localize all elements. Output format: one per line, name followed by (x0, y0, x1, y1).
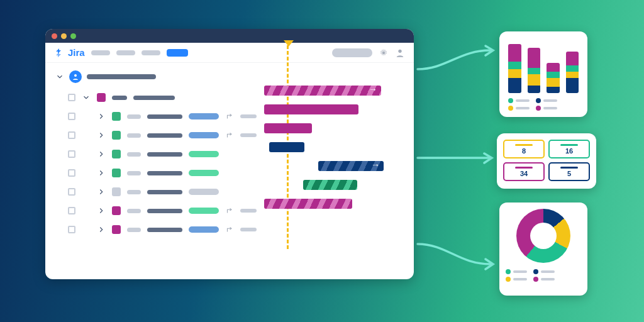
report-stacked-bar[interactable] (499, 31, 587, 117)
row-checkbox[interactable] (68, 169, 75, 177)
row-checkbox[interactable] (68, 207, 75, 214)
settings-icon[interactable] (379, 48, 389, 58)
status-lozenge[interactable] (189, 132, 219, 138)
dependency-label (240, 228, 257, 231)
issue-type-icon (97, 93, 106, 102)
issue-type-icon (112, 150, 121, 158)
issue-summary (147, 171, 182, 175)
chevron-down-icon[interactable] (82, 93, 91, 102)
svg-point-2 (74, 74, 77, 77)
kpi-cell[interactable]: 5 (548, 162, 590, 181)
row-checkbox[interactable] (68, 150, 75, 158)
issue-key (127, 171, 141, 175)
chevron-right-icon[interactable] (97, 187, 106, 196)
kpi-cell[interactable]: 16 (548, 140, 590, 158)
issue-summary (147, 209, 182, 213)
status-lozenge[interactable] (189, 189, 219, 195)
row-checkbox[interactable] (68, 188, 75, 196)
issue-key (127, 114, 141, 119)
timeline-bar[interactable] (264, 86, 381, 96)
issue-summary (133, 96, 175, 100)
chevron-right-icon[interactable] (97, 169, 106, 177)
issue-summary (147, 133, 182, 138)
window-minimize-icon[interactable] (61, 33, 67, 39)
issue-summary (147, 152, 182, 157)
issue-type-icon (112, 169, 121, 177)
kpi-cell[interactable]: 34 (503, 162, 545, 181)
issue-row[interactable] (55, 145, 404, 164)
nav-tab[interactable] (116, 50, 135, 55)
chevron-down-icon (55, 72, 64, 81)
app-logo[interactable]: Jira (54, 47, 85, 58)
issue-row[interactable] (55, 220, 404, 239)
app-name: Jira (68, 47, 85, 58)
chart-legend (508, 98, 579, 111)
status-lozenge[interactable] (189, 113, 219, 119)
issue-key (127, 228, 141, 232)
dependency-icon[interactable] (225, 206, 234, 215)
issue-type-icon (112, 225, 121, 234)
chevron-right-icon[interactable] (97, 112, 106, 121)
issue-key (127, 209, 141, 213)
report-kpi-grid[interactable]: 8 16 34 5 (497, 133, 596, 189)
issue-type-icon (112, 112, 121, 121)
dependency-label (240, 114, 257, 118)
window-maximize-icon[interactable] (70, 33, 76, 39)
issue-row[interactable] (55, 126, 404, 145)
roadmap-content (45, 63, 414, 245)
issue-summary (147, 190, 182, 194)
issue-row[interactable] (55, 182, 404, 201)
issue-key (127, 152, 141, 157)
donut-chart (516, 209, 570, 263)
status-lozenge[interactable] (189, 208, 219, 214)
assignee-avatar[interactable] (69, 70, 82, 83)
dependency-label (240, 209, 257, 213)
issue-row[interactable] (55, 107, 404, 126)
issue-summary (147, 114, 182, 119)
issue-row[interactable] (55, 201, 404, 220)
dependency-label (240, 133, 257, 137)
issue-type-icon (112, 206, 121, 215)
chart-legend (506, 269, 581, 282)
jira-window: Jira (45, 29, 414, 279)
status-lozenge[interactable] (189, 151, 219, 157)
profile-icon[interactable] (395, 48, 405, 58)
dependency-icon[interactable] (225, 112, 234, 121)
row-checkbox[interactable] (68, 94, 75, 101)
dependency-icon[interactable] (225, 225, 234, 234)
issue-key (112, 96, 127, 100)
row-checkbox[interactable] (68, 113, 75, 120)
nav-tab[interactable] (91, 50, 110, 55)
chevron-right-icon[interactable] (97, 131, 106, 140)
chevron-right-icon[interactable] (97, 206, 106, 215)
status-lozenge[interactable] (189, 170, 219, 176)
issue-type-icon (112, 131, 121, 140)
svg-point-1 (398, 49, 401, 52)
chevron-right-icon[interactable] (97, 225, 106, 234)
row-checkbox[interactable] (68, 226, 75, 233)
search-input[interactable] (332, 48, 372, 57)
top-nav: Jira (45, 43, 414, 63)
row-checkbox[interactable] (68, 131, 75, 139)
issue-row[interactable] (55, 164, 404, 182)
chevron-right-icon[interactable] (97, 150, 106, 158)
window-titlebar (45, 29, 414, 43)
issue-summary (147, 228, 182, 232)
nav-tab[interactable] (142, 50, 160, 55)
issue-key (127, 133, 141, 138)
kpi-cell[interactable]: 8 (503, 140, 545, 158)
dependency-icon[interactable] (225, 131, 234, 140)
report-donut[interactable] (499, 203, 587, 296)
issue-key (127, 190, 141, 194)
stacked-bar-chart (508, 39, 579, 93)
issue-type-icon (112, 187, 121, 196)
group-title (87, 74, 156, 79)
person-icon (72, 73, 79, 80)
nav-tab-active[interactable] (167, 49, 188, 57)
window-close-icon[interactable] (52, 33, 57, 39)
status-lozenge[interactable] (189, 226, 219, 233)
jira-logo-icon (54, 48, 64, 58)
